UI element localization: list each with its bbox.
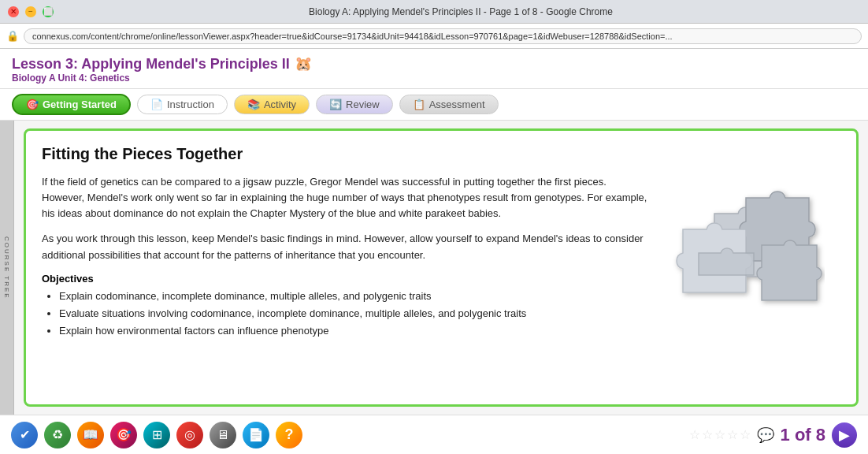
lesson-subtitle: Biology A Unit 4: Genetics — [12, 73, 856, 84]
browser-title: Biology A: Applying Mendel's Principles … — [61, 6, 860, 17]
address-input[interactable] — [24, 28, 862, 44]
icon-grid[interactable]: ⊞ — [143, 422, 170, 448]
app-body: Lesson 3: Applying Mendel's Principles I… — [0, 49, 868, 454]
address-bar: 🔒 — [0, 24, 868, 49]
icon-monitor[interactable]: 🖥 — [210, 422, 236, 448]
emoji-icon: 🐹 — [295, 55, 312, 73]
content-area: COURSE TREE Fitting the Pieces Together … — [0, 121, 868, 415]
objective-3: Explain how environmental factors can in… — [59, 324, 651, 338]
star-4: ☆ — [727, 427, 738, 442]
course-tree-sidebar[interactable]: COURSE TREE — [0, 121, 14, 415]
objectives-title: Objectives — [42, 273, 651, 285]
icon-target[interactable]: 🎯 — [110, 422, 137, 448]
next-page-button[interactable]: ▶ — [832, 422, 857, 448]
lock-icon: 🔒 — [6, 30, 19, 42]
content-box: Fitting the Pieces Together If the field… — [24, 128, 859, 407]
content-text: If the field of genetics can be compared… — [42, 174, 651, 341]
tab-getting-started[interactable]: 🎯 Getting Started — [12, 94, 131, 115]
course-tree-label: COURSE TREE — [3, 236, 10, 300]
content-layout: If the field of genetics can be compared… — [42, 174, 840, 341]
paragraph-2: As you work through this lesson, keep Me… — [42, 231, 651, 262]
tab-label-assessment: Assessment — [429, 99, 485, 110]
lesson-content: Fitting the Pieces Together If the field… — [14, 121, 868, 415]
title-bar: ✕ − ⬜ Biology A: Applying Mendel's Princ… — [0, 0, 868, 24]
page-title: Fitting the Pieces Together — [42, 145, 840, 163]
tab-activity[interactable]: 📚 Activity — [234, 95, 310, 114]
tab-review[interactable]: 🔄 Review — [316, 95, 393, 114]
content-image — [667, 174, 840, 341]
tab-label-activity: Activity — [264, 99, 296, 110]
icon-bullseye[interactable]: ◎ — [176, 422, 203, 448]
tab-icon-instruction: 📄 — [150, 99, 163, 110]
minimize-button[interactable]: − — [25, 6, 36, 17]
close-button[interactable]: ✕ — [8, 6, 19, 17]
tab-icon-getting-started: 🎯 — [26, 99, 39, 110]
content-scroll[interactable]: Fitting the Pieces Together If the field… — [26, 131, 856, 404]
chat-icon[interactable]: 💬 — [757, 426, 774, 444]
tab-label-instruction: Instruction — [167, 99, 214, 110]
page-counter: ☆ ☆ ☆ ☆ ☆ 💬 1 of 8 ▶ — [689, 422, 857, 448]
icon-question[interactable]: ? — [276, 422, 302, 448]
tab-icon-assessment: 📋 — [413, 99, 425, 110]
lesson-header: Lesson 3: Applying Mendel's Principles I… — [0, 49, 868, 89]
page-number: 1 of 8 — [781, 425, 825, 445]
objective-1: Explain codominance, incomplete dominanc… — [59, 289, 651, 303]
icon-book[interactable]: 📖 — [77, 422, 104, 448]
tab-instruction[interactable]: 📄 Instruction — [137, 95, 228, 114]
page-stars: ☆ ☆ ☆ ☆ ☆ — [689, 427, 751, 442]
paragraph-1: If the field of genetics can be compared… — [42, 174, 651, 221]
window-controls[interactable]: ✕ − ⬜ — [8, 6, 54, 17]
star-3: ☆ — [714, 427, 725, 442]
bottom-bar: ✔ ♻ 📖 🎯 ⊞ ◎ 🖥 📄 ? ☆ ☆ ☆ ☆ ☆ 💬 1 of 8 ▶ — [0, 415, 868, 454]
star-5: ☆ — [740, 427, 751, 442]
tab-icon-review: 🔄 — [329, 99, 342, 110]
tab-assessment[interactable]: 📋 Assessment — [399, 95, 499, 114]
tab-label-review: Review — [346, 99, 380, 110]
lesson-title: Lesson 3: Applying Mendel's Principles I… — [12, 55, 856, 73]
objective-2: Evaluate situations involving codominanc… — [59, 307, 651, 321]
objectives-list: Explain codominance, incomplete dominanc… — [42, 289, 651, 339]
tab-icon-activity: 📚 — [247, 99, 260, 110]
bottom-icons: ✔ ♻ 📖 🎯 ⊞ ◎ 🖥 📄 ? — [11, 422, 302, 448]
star-1: ☆ — [689, 427, 700, 442]
maximize-button[interactable]: ⬜ — [43, 6, 54, 17]
icon-document[interactable]: 📄 — [243, 422, 269, 448]
star-2: ☆ — [702, 427, 713, 442]
puzzle-image — [667, 174, 825, 308]
icon-recycle[interactable]: ♻ — [44, 422, 71, 448]
nav-tabs: 🎯 Getting Started 📄 Instruction 📚 Activi… — [0, 89, 868, 121]
icon-checkmark[interactable]: ✔ — [11, 422, 38, 448]
tab-label-getting-started: Getting Started — [43, 99, 117, 110]
